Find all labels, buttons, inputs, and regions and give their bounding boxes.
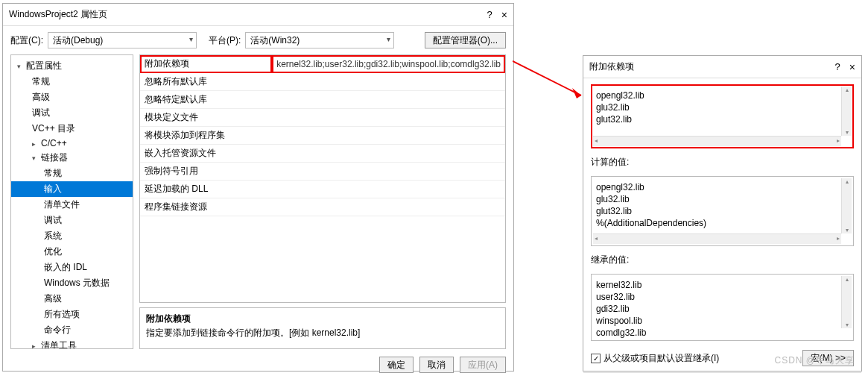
grid-value [272, 181, 505, 198]
grid-value [272, 109, 505, 127]
config-manager-button[interactable]: 配置管理器(O)... [425, 32, 506, 48]
text-line: opengl32.lib [596, 181, 837, 193]
tree-item[interactable]: 优化 [11, 244, 133, 260]
config-bar: 配置(C): 活动(Debug) 平台(P): 活动(Win32) 配置管理器(… [3, 26, 513, 54]
computed-textbox: opengl32.libglu32.libglut32.lib%(Additio… [591, 176, 854, 246]
inherit-checkbox[interactable]: ✓ 从父级或项目默认设置继承(I) [591, 352, 719, 365]
grid-value [272, 127, 505, 145]
edit-textbox[interactable]: opengl32.libglu32.libglut32.lib [591, 84, 854, 148]
tree-item[interactable]: 高级 [11, 291, 133, 307]
grid-row[interactable]: 强制符号引用 [140, 163, 505, 181]
nav-tree[interactable]: 配置属性常规高级调试VC++ 目录C/C++链接器常规输入清单文件调试系统优化嵌… [10, 54, 133, 349]
grid-row[interactable]: 嵌入托管资源文件 [140, 145, 505, 163]
titlebar: 附加依赖项 ? × [583, 56, 861, 78]
text-line: user32.lib [596, 291, 837, 303]
close-button[interactable]: × [501, 9, 507, 21]
watermark: CSDN @牛马大享 [774, 354, 855, 367]
grid-value [272, 73, 505, 91]
grid-row[interactable]: 忽略所有默认库 [140, 73, 505, 91]
text-line: opengl32.lib [596, 90, 837, 101]
text-line: comdlg32.lib [596, 327, 837, 339]
description-text: 指定要添加到链接命令行的附加项。[例如 kernel32.lib] [146, 327, 499, 339]
grid-key: 程序集链接资源 [140, 198, 272, 216]
svg-line-0 [513, 61, 581, 95]
grid-key: 强制符号引用 [140, 163, 272, 181]
inherit-label: 继承的值: [591, 252, 854, 268]
text-line: glu32.lib [596, 193, 837, 205]
grid-key: 嵌入托管资源文件 [140, 145, 272, 163]
apply-button[interactable]: 应用(A) [460, 357, 506, 373]
additional-deps-dialog: 附加依赖项 ? × opengl32.libglu32.libglut32.li… [583, 55, 862, 372]
grid-value [272, 198, 505, 216]
grid-row[interactable]: 程序集链接资源 [140, 198, 505, 216]
window-title: WindowsProject2 属性页 [9, 8, 107, 21]
tree-item[interactable]: 系统 [11, 228, 133, 244]
text-line: %(AdditionalDependencies) [596, 217, 837, 229]
grid-value [272, 91, 505, 109]
grid-row[interactable]: 将模块添加到程序集 [140, 127, 505, 145]
description-title: 附加依赖项 [146, 313, 499, 325]
property-grid[interactable]: 附加依赖项kernel32.lib;user32.lib;gdi32.lib;w… [139, 54, 506, 303]
tree-item[interactable]: 链接器 [11, 150, 133, 166]
tree-item[interactable]: Windows 元数据 [11, 275, 133, 291]
inherit-textbox: kernel32.libuser32.libgdi32.libwinspool.… [591, 274, 854, 341]
checkbox-label: 从父级或项目默认设置继承(I) [604, 352, 719, 365]
help-button[interactable]: ? [835, 61, 840, 72]
grid-key: 忽略特定默认库 [140, 91, 272, 109]
grid-key: 模块定义文件 [140, 109, 272, 127]
description-panel: 附加依赖项 指定要添加到链接命令行的附加项。[例如 kernel32.lib] [139, 307, 506, 349]
grid-value [272, 163, 505, 181]
tree-item[interactable]: 调试 [11, 213, 133, 228]
grid-key: 附加依赖项 [140, 55, 272, 73]
scrollbar-horizontal[interactable] [593, 136, 841, 146]
tree-item[interactable]: 清单工具 [11, 338, 133, 349]
grid-row[interactable]: 模块定义文件 [140, 109, 505, 127]
checkbox-icon: ✓ [591, 354, 601, 363]
text-line: glu32.lib [596, 101, 837, 113]
tree-item[interactable]: 输入 [11, 181, 133, 197]
grid-key: 延迟加载的 DLL [140, 181, 272, 198]
scrollbar-vertical[interactable] [841, 178, 852, 233]
property-pages-dialog: WindowsProject2 属性页 ? × 配置(C): 活动(Debug)… [2, 3, 514, 372]
scrollbar-vertical[interactable] [841, 87, 852, 136]
tree-item[interactable]: 嵌入的 IDL [11, 260, 133, 275]
grid-row[interactable]: 延迟加载的 DLL [140, 181, 505, 198]
text-line: gdi32.lib [596, 303, 837, 315]
tree-item[interactable]: 配置属性 [11, 58, 133, 74]
tree-item[interactable]: 常规 [11, 74, 133, 90]
scrollbar-vertical[interactable] [841, 276, 852, 328]
tree-item[interactable]: 清单文件 [11, 197, 133, 213]
grid-key: 将模块添加到程序集 [140, 127, 272, 145]
text-line: winspool.lib [596, 315, 837, 327]
tree-item[interactable]: 常规 [11, 166, 133, 181]
config-label: 配置(C): [10, 34, 43, 47]
scrollbar-horizontal[interactable] [593, 233, 841, 244]
tree-item[interactable]: 高级 [11, 90, 133, 105]
tree-item[interactable]: C/C++ [11, 137, 133, 150]
computed-label: 计算的值: [591, 154, 854, 170]
grid-row[interactable]: 附加依赖项kernel32.lib;user32.lib;gdi32.lib;w… [140, 55, 505, 73]
tree-item[interactable]: 命令行 [11, 322, 133, 338]
grid-key: 忽略所有默认库 [140, 73, 272, 91]
platform-label: 平台(P): [209, 34, 241, 47]
tree-item[interactable]: VC++ 目录 [11, 121, 133, 137]
platform-combo[interactable]: 活动(Win32) [245, 32, 394, 48]
window-title: 附加依赖项 [589, 60, 634, 73]
cancel-button[interactable]: 取消 [419, 357, 454, 373]
ok-button[interactable]: 确定 [379, 357, 414, 373]
grid-value: kernel32.lib;user32.lib;gdi32.lib;winspo… [272, 55, 505, 73]
tree-item[interactable]: 调试 [11, 105, 133, 121]
text-line: glut32.lib [596, 205, 837, 217]
close-button[interactable]: × [849, 61, 855, 73]
grid-value [272, 145, 505, 163]
config-combo[interactable]: 活动(Debug) [48, 32, 197, 48]
titlebar: WindowsProject2 属性页 ? × [3, 4, 513, 26]
dialog-buttons: 确定 取消 应用(A) [3, 349, 513, 373]
grid-row[interactable]: 忽略特定默认库 [140, 91, 505, 109]
tree-item[interactable]: 所有选项 [11, 307, 133, 322]
svg-marker-1 [572, 88, 581, 98]
help-button[interactable]: ? [487, 9, 492, 20]
annotation-arrow [513, 57, 587, 101]
text-line: glut32.lib [596, 113, 837, 125]
text-line: kernel32.lib [596, 279, 837, 291]
